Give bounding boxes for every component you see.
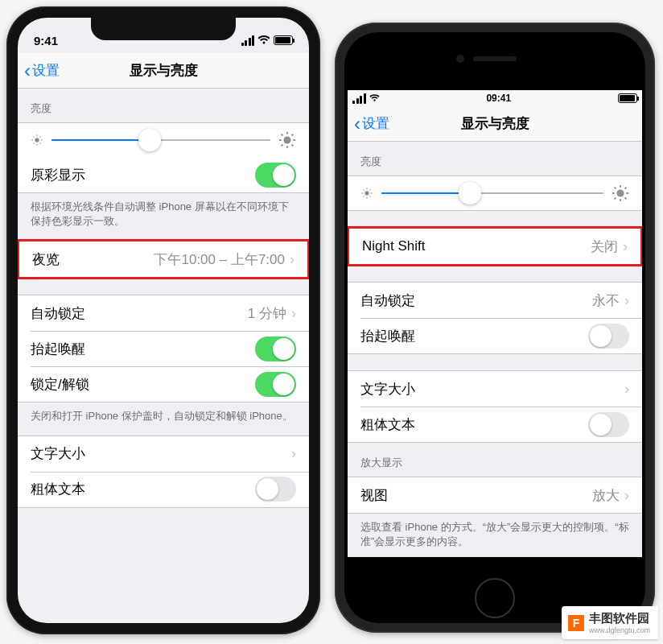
night-shift-detail: 关闭 <box>591 237 618 256</box>
svg-line-16 <box>282 145 283 147</box>
auto-lock-label: 自动锁定 <box>360 291 592 310</box>
chevron-right-icon: › <box>624 292 629 309</box>
sun-small-icon <box>360 187 373 200</box>
chevron-left-icon: ‹ <box>354 114 360 134</box>
bold-text-toggle[interactable] <box>255 477 296 502</box>
svg-line-23 <box>363 189 364 190</box>
auto-lock-label: 自动锁定 <box>31 304 248 323</box>
watermark-logo: F <box>568 615 584 631</box>
auto-lock-detail: 永不 <box>592 291 620 310</box>
watermark: F 丰图软件园 www.dgfengtu.com <box>562 606 658 639</box>
svg-line-14 <box>282 134 283 136</box>
page-title: 显示与亮度 <box>130 61 198 80</box>
text-size-row[interactable]: 文字大小 › <box>18 436 309 472</box>
view-row[interactable]: 视图 放大 › <box>348 477 642 513</box>
home-button[interactable] <box>475 578 515 618</box>
svg-point-0 <box>35 138 39 142</box>
brightness-slider[interactable] <box>348 176 642 210</box>
true-tone-row: 原彩显示 <box>18 157 309 192</box>
signal-icon <box>241 35 255 46</box>
night-shift-detail: 下午10:00 – 上午7:00 <box>154 250 285 269</box>
svg-line-24 <box>369 196 370 196</box>
signal-icon <box>352 93 366 104</box>
chevron-right-icon: › <box>624 381 629 398</box>
battery-icon <box>274 35 293 45</box>
brightness-slider[interactable] <box>18 123 309 157</box>
phone-8-mockup: 09:41 ‹ 设置 显示与亮度 亮度 <box>335 23 655 633</box>
sun-large-icon <box>612 184 629 202</box>
status-time: 09:41 <box>486 93 511 104</box>
text-size-row[interactable]: 文字大小 › <box>348 371 642 407</box>
chevron-right-icon: › <box>291 445 296 462</box>
auto-lock-detail: 1 分钟 <box>248 304 286 323</box>
raise-to-wake-label: 抬起唤醒 <box>31 340 255 358</box>
svg-line-32 <box>615 188 616 189</box>
bold-text-label: 粗体文本 <box>360 415 588 434</box>
front-camera <box>456 55 464 63</box>
true-tone-label: 原彩显示 <box>31 166 255 184</box>
chevron-right-icon: › <box>624 487 629 504</box>
raise-to-wake-row: 抬起唤醒 <box>18 331 309 366</box>
chevron-right-icon: › <box>623 238 628 255</box>
svg-line-5 <box>33 136 34 137</box>
zoom-header: 放大显示 <box>348 443 642 477</box>
speaker <box>473 56 517 61</box>
status-bar: 09:41 <box>348 90 642 106</box>
svg-line-8 <box>39 136 40 137</box>
auto-lock-row[interactable]: 自动锁定 1 分钟 › <box>18 295 309 331</box>
true-tone-toggle[interactable] <box>255 163 296 188</box>
bold-text-label: 粗体文本 <box>31 480 255 498</box>
phone-x-mockup: 9:41 ‹ 设置 显示与亮度 亮度 <box>6 6 320 634</box>
svg-line-7 <box>33 142 34 143</box>
wifi-icon <box>257 35 270 45</box>
svg-point-9 <box>283 136 290 143</box>
svg-line-34 <box>615 198 616 200</box>
bold-text-row: 粗体文本 <box>348 407 642 442</box>
text-size-label: 文字大小 <box>31 444 291 463</box>
svg-line-33 <box>625 198 627 200</box>
night-shift-row[interactable]: Night Shift 关闭 › <box>349 229 640 264</box>
chevron-left-icon: ‹ <box>24 61 31 80</box>
nav-bar: ‹ 设置 显示与亮度 <box>18 53 309 89</box>
svg-line-17 <box>292 134 294 136</box>
bold-text-toggle[interactable] <box>588 412 629 437</box>
svg-point-27 <box>616 189 624 196</box>
lock-unlock-footer: 关闭和打开 iPhone 保护盖时，自动锁定和解锁 iPhone。 <box>18 402 309 435</box>
lock-unlock-row: 锁定/解锁 <box>18 366 309 402</box>
page-title: 显示与亮度 <box>461 114 529 133</box>
brightness-header: 亮度 <box>348 142 642 175</box>
auto-lock-row[interactable]: 自动锁定 永不 › <box>348 283 642 318</box>
lock-unlock-label: 锁定/解锁 <box>31 375 255 394</box>
back-button[interactable]: ‹ 设置 <box>354 114 389 134</box>
svg-line-35 <box>625 188 627 189</box>
back-label: 设置 <box>362 114 389 133</box>
raise-to-wake-toggle[interactable] <box>255 336 296 361</box>
night-shift-highlight: Night Shift 关闭 › <box>348 226 642 266</box>
chevron-right-icon: › <box>291 305 296 322</box>
watermark-name: 丰图软件园 <box>589 611 649 625</box>
battery-icon <box>618 93 637 103</box>
true-tone-footer: 根据环境光线条件自动调整 iPhone 屏幕以在不同环境下保持色彩显示一致。 <box>18 193 309 240</box>
raise-to-wake-label: 抬起唤醒 <box>360 327 588 345</box>
chevron-right-icon: › <box>290 251 294 268</box>
lock-unlock-toggle[interactable] <box>255 372 296 397</box>
night-shift-highlight: 夜览 下午10:00 – 上午7:00 › <box>18 239 309 279</box>
back-button[interactable]: ‹ 设置 <box>24 61 60 80</box>
watermark-url: www.dgfengtu.com <box>589 626 650 634</box>
status-time: 9:41 <box>34 34 58 47</box>
raise-to-wake-toggle[interactable] <box>588 324 629 349</box>
svg-line-25 <box>363 196 364 196</box>
nav-bar: ‹ 设置 显示与亮度 <box>348 106 642 142</box>
sun-large-icon <box>278 131 296 149</box>
sun-small-icon <box>31 134 43 147</box>
svg-line-15 <box>292 145 294 147</box>
svg-point-18 <box>364 191 369 195</box>
notch <box>91 18 236 40</box>
svg-line-6 <box>39 142 40 143</box>
svg-line-26 <box>369 189 370 190</box>
brightness-header: 亮度 <box>18 89 309 122</box>
view-label: 视图 <box>360 486 592 505</box>
night-shift-row[interactable]: 夜览 下午10:00 – 上午7:00 › <box>19 242 307 277</box>
view-detail: 放大 <box>592 486 620 505</box>
bold-text-row: 粗体文本 <box>18 472 309 507</box>
